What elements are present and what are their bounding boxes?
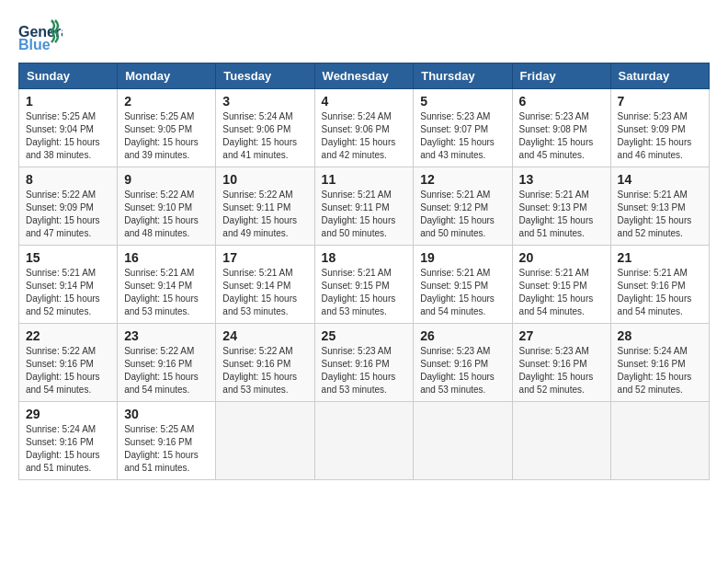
calendar-cell: 29 Sunrise: 5:24 AMSunset: 9:16 PMDaylig…	[19, 402, 118, 480]
svg-text:Blue: Blue	[18, 37, 51, 52]
calendar-day-header: Monday	[118, 63, 216, 89]
day-info: Sunrise: 5:23 AMSunset: 9:16 PMDaylight:…	[322, 345, 407, 396]
calendar-cell: 13 Sunrise: 5:21 AMSunset: 9:13 PMDaylig…	[512, 167, 610, 246]
day-number: 13	[519, 172, 604, 187]
calendar-cell: 19 Sunrise: 5:21 AMSunset: 9:15 PMDaylig…	[414, 246, 512, 324]
day-info: Sunrise: 5:22 AMSunset: 9:10 PMDaylight:…	[124, 189, 209, 240]
day-info: Sunrise: 5:25 AMSunset: 9:16 PMDaylight:…	[124, 423, 209, 475]
day-info: Sunrise: 5:22 AMSunset: 9:09 PMDaylight:…	[26, 189, 110, 240]
day-number: 12	[420, 172, 505, 187]
calendar-day-header: Tuesday	[216, 63, 314, 89]
calendar-cell: 20 Sunrise: 5:21 AMSunset: 9:15 PMDaylig…	[512, 246, 610, 324]
day-number: 3	[222, 94, 307, 109]
calendar-week-row: 1 Sunrise: 5:25 AMSunset: 9:04 PMDayligh…	[19, 89, 710, 167]
day-info: Sunrise: 5:22 AMSunset: 9:16 PMDaylight:…	[26, 345, 110, 396]
calendar-cell: 6 Sunrise: 5:23 AMSunset: 9:08 PMDayligh…	[512, 89, 610, 167]
day-info: Sunrise: 5:22 AMSunset: 9:16 PMDaylight:…	[124, 345, 209, 396]
calendar-cell: 30 Sunrise: 5:25 AMSunset: 9:16 PMDaylig…	[118, 402, 216, 480]
calendar-cell	[610, 402, 709, 480]
calendar-cell: 2 Sunrise: 5:25 AMSunset: 9:05 PMDayligh…	[118, 89, 216, 167]
calendar-cell: 3 Sunrise: 5:24 AMSunset: 9:06 PMDayligh…	[216, 89, 314, 167]
day-number: 21	[618, 250, 702, 265]
calendar-cell: 9 Sunrise: 5:22 AMSunset: 9:10 PMDayligh…	[118, 167, 216, 246]
day-number: 11	[322, 172, 407, 187]
calendar-cell: 25 Sunrise: 5:23 AMSunset: 9:16 PMDaylig…	[314, 324, 414, 402]
day-number: 5	[420, 94, 505, 109]
calendar-header-row: SundayMondayTuesdayWednesdayThursdayFrid…	[19, 63, 710, 89]
calendar-cell: 22 Sunrise: 5:22 AMSunset: 9:16 PMDaylig…	[19, 324, 118, 402]
day-number: 16	[124, 250, 209, 265]
day-info: Sunrise: 5:21 AMSunset: 9:15 PMDaylight:…	[322, 267, 407, 318]
calendar-day-header: Thursday	[414, 63, 512, 89]
day-info: Sunrise: 5:21 AMSunset: 9:12 PMDaylight:…	[420, 189, 505, 240]
day-number: 25	[322, 328, 407, 343]
day-number: 20	[519, 250, 604, 265]
calendar-cell	[216, 402, 314, 480]
day-number: 26	[420, 328, 505, 343]
calendar-cell: 23 Sunrise: 5:22 AMSunset: 9:16 PMDaylig…	[118, 324, 216, 402]
day-number: 6	[519, 94, 604, 109]
calendar-cell: 5 Sunrise: 5:23 AMSunset: 9:07 PMDayligh…	[414, 89, 512, 167]
calendar-week-row: 15 Sunrise: 5:21 AMSunset: 9:14 PMDaylig…	[19, 246, 710, 324]
day-info: Sunrise: 5:21 AMSunset: 9:13 PMDaylight:…	[519, 189, 604, 240]
day-info: Sunrise: 5:21 AMSunset: 9:14 PMDaylight:…	[222, 267, 307, 318]
calendar-cell: 24 Sunrise: 5:22 AMSunset: 9:16 PMDaylig…	[216, 324, 314, 402]
calendar-cell	[314, 402, 414, 480]
logo-icon: General Blue	[18, 18, 63, 53]
calendar-cell: 8 Sunrise: 5:22 AMSunset: 9:09 PMDayligh…	[19, 167, 118, 246]
day-number: 4	[322, 94, 407, 109]
day-info: Sunrise: 5:23 AMSunset: 9:08 PMDaylight:…	[519, 110, 604, 162]
day-number: 18	[322, 250, 407, 265]
day-info: Sunrise: 5:23 AMSunset: 9:07 PMDaylight:…	[420, 110, 505, 162]
day-number: 1	[26, 94, 110, 109]
day-number: 15	[26, 250, 110, 265]
day-info: Sunrise: 5:21 AMSunset: 9:15 PMDaylight:…	[420, 267, 505, 318]
day-number: 24	[222, 328, 307, 343]
page-header: General Blue	[18, 18, 710, 53]
day-info: Sunrise: 5:24 AMSunset: 9:06 PMDaylight:…	[322, 110, 407, 162]
day-number: 10	[222, 172, 307, 187]
calendar-cell: 1 Sunrise: 5:25 AMSunset: 9:04 PMDayligh…	[19, 89, 118, 167]
calendar-cell: 11 Sunrise: 5:21 AMSunset: 9:11 PMDaylig…	[314, 167, 414, 246]
day-info: Sunrise: 5:21 AMSunset: 9:15 PMDaylight:…	[519, 267, 604, 318]
calendar-week-row: 22 Sunrise: 5:22 AMSunset: 9:16 PMDaylig…	[19, 324, 710, 402]
day-number: 9	[124, 172, 209, 187]
calendar-cell: 17 Sunrise: 5:21 AMSunset: 9:14 PMDaylig…	[216, 246, 314, 324]
day-number: 17	[222, 250, 307, 265]
calendar-cell: 16 Sunrise: 5:21 AMSunset: 9:14 PMDaylig…	[118, 246, 216, 324]
calendar-table: SundayMondayTuesdayWednesdayThursdayFrid…	[18, 63, 710, 480]
calendar-cell: 21 Sunrise: 5:21 AMSunset: 9:16 PMDaylig…	[610, 246, 709, 324]
day-number: 23	[124, 328, 209, 343]
calendar-day-header: Sunday	[19, 63, 118, 89]
day-number: 19	[420, 250, 505, 265]
day-info: Sunrise: 5:22 AMSunset: 9:11 PMDaylight:…	[222, 189, 307, 240]
calendar-cell: 10 Sunrise: 5:22 AMSunset: 9:11 PMDaylig…	[216, 167, 314, 246]
day-number: 2	[124, 94, 209, 109]
calendar-cell	[414, 402, 512, 480]
calendar-day-header: Wednesday	[314, 63, 414, 89]
calendar-week-row: 29 Sunrise: 5:24 AMSunset: 9:16 PMDaylig…	[19, 402, 710, 480]
day-number: 30	[124, 407, 209, 421]
day-info: Sunrise: 5:24 AMSunset: 9:16 PMDaylight:…	[26, 423, 110, 475]
calendar-cell: 15 Sunrise: 5:21 AMSunset: 9:14 PMDaylig…	[19, 246, 118, 324]
day-info: Sunrise: 5:23 AMSunset: 9:16 PMDaylight:…	[420, 345, 505, 396]
day-info: Sunrise: 5:23 AMSunset: 9:16 PMDaylight:…	[519, 345, 604, 396]
day-info: Sunrise: 5:21 AMSunset: 9:11 PMDaylight:…	[322, 189, 407, 240]
day-info: Sunrise: 5:25 AMSunset: 9:04 PMDaylight:…	[26, 110, 110, 162]
day-info: Sunrise: 5:23 AMSunset: 9:09 PMDaylight:…	[618, 110, 702, 162]
calendar-week-row: 8 Sunrise: 5:22 AMSunset: 9:09 PMDayligh…	[19, 167, 710, 246]
calendar-day-header: Saturday	[610, 63, 709, 89]
day-number: 14	[618, 172, 702, 187]
day-number: 8	[26, 172, 110, 187]
day-info: Sunrise: 5:24 AMSunset: 9:06 PMDaylight:…	[222, 110, 307, 162]
day-info: Sunrise: 5:21 AMSunset: 9:16 PMDaylight:…	[618, 267, 702, 318]
calendar-cell: 27 Sunrise: 5:23 AMSunset: 9:16 PMDaylig…	[512, 324, 610, 402]
calendar-cell: 14 Sunrise: 5:21 AMSunset: 9:13 PMDaylig…	[610, 167, 709, 246]
day-number: 28	[618, 328, 702, 343]
day-number: 22	[26, 328, 110, 343]
day-info: Sunrise: 5:21 AMSunset: 9:14 PMDaylight:…	[124, 267, 209, 318]
day-info: Sunrise: 5:25 AMSunset: 9:05 PMDaylight:…	[124, 110, 209, 162]
day-info: Sunrise: 5:21 AMSunset: 9:14 PMDaylight:…	[26, 267, 110, 318]
calendar-cell: 26 Sunrise: 5:23 AMSunset: 9:16 PMDaylig…	[414, 324, 512, 402]
day-info: Sunrise: 5:24 AMSunset: 9:16 PMDaylight:…	[618, 345, 702, 396]
